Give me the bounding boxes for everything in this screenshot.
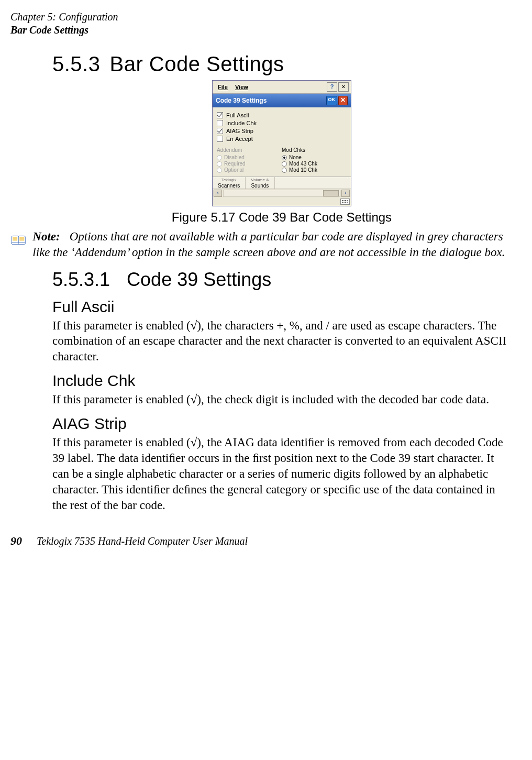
ss-modchks-43[interactable]: Mod 43 Chk — [282, 161, 347, 167]
scroll-left-icon[interactable]: ‹ — [214, 190, 222, 197]
ss-addendum-title: Addendum — [217, 147, 282, 153]
subsection-number: 5.5.3.1 — [52, 269, 110, 290]
body-include-chk: If this parameter is enabled (√), the ch… — [52, 392, 511, 407]
heading-full-ascii: Full Ascii — [52, 298, 511, 316]
section-heading: 5.5.3Bar Code Settings — [52, 52, 511, 76]
ss-check-label: Include Chk — [226, 120, 257, 126]
ss-menu-file[interactable]: File — [215, 84, 231, 90]
ss-titlebar: Code 39 Settings OK ✕ — [213, 94, 351, 107]
ss-check-label: AIAG Strip — [226, 128, 253, 134]
header-chapter: Chapter 5: Configuration — [10, 10, 511, 24]
header-section: Bar Code Settings — [10, 24, 511, 37]
ss-tab-scanners[interactable]: Teklogix Scanners — [213, 177, 246, 189]
ss-menu-view[interactable]: View — [232, 84, 251, 90]
subsection-heading: 5.5.3.1Code 39 Settings — [52, 269, 511, 291]
ss-menubar: File View ? × — [213, 81, 351, 94]
ss-addendum-disabled: Disabled — [217, 155, 282, 160]
radio-icon[interactable] — [282, 168, 287, 173]
heading-include-chk: Include Chk — [52, 372, 511, 390]
section-number: 5.5.3 — [52, 52, 100, 75]
ss-close-button[interactable]: × — [338, 82, 349, 92]
footer-text: Teklogix 7535 Hand-Held Computer User Ma… — [37, 535, 248, 547]
note-label: Note: — [32, 230, 60, 243]
page-header: Chapter 5: Configuration Bar Code Settin… — [10, 10, 511, 37]
ss-check-aiag-strip[interactable]: AIAG Strip — [217, 128, 347, 134]
ss-modchks-10[interactable]: Mod 10 Chk — [282, 167, 347, 173]
checkbox-icon[interactable] — [217, 120, 223, 126]
section-title: Bar Code Settings — [109, 52, 284, 75]
ss-addendum-optional: Optional — [217, 167, 282, 173]
ss-check-include-chk[interactable]: Include Chk — [217, 120, 347, 126]
ss-check-err-accept[interactable]: Err Accept — [217, 136, 347, 142]
embedded-screenshot: File View ? × Code 39 Settings OK ✕ — [212, 80, 351, 206]
checkbox-icon[interactable] — [217, 136, 223, 142]
note-text: Options that are not available with a pa… — [32, 230, 505, 259]
ss-scrollbar[interactable]: ‹ › — [213, 189, 351, 197]
ss-addendum-required: Required — [217, 161, 282, 167]
ss-check-full-ascii[interactable]: Full Ascii — [217, 112, 347, 118]
ss-cancel-button[interactable]: ✕ — [338, 96, 348, 105]
ss-ok-button[interactable]: OK — [326, 96, 338, 105]
ss-modchks-title: Mod Chks — [282, 147, 347, 153]
body-full-ascii: If this parameter is enabled (√), the ch… — [52, 318, 511, 365]
radio-icon[interactable] — [282, 161, 287, 167]
ss-tab-sounds[interactable]: Volume & Sounds — [246, 177, 274, 189]
subsection-title: Code 39 Settings — [127, 269, 271, 290]
ss-help-button[interactable]: ? — [327, 82, 337, 92]
checkbox-icon[interactable] — [217, 112, 223, 118]
radio-icon[interactable] — [282, 155, 287, 160]
page-number: 90 — [10, 534, 22, 548]
radio-icon — [217, 168, 222, 173]
body-aiag-strip: If this parameter is enabled (√), the AI… — [52, 435, 511, 513]
scroll-track[interactable] — [223, 190, 340, 197]
note-book-icon — [10, 229, 26, 251]
ss-title: Code 39 Settings — [216, 97, 267, 104]
ss-modchks-group: Mod Chks None Mod 43 Chk Mod 10 Chk — [282, 147, 347, 173]
ss-check-label: Err Accept — [226, 136, 253, 142]
radio-icon — [217, 161, 222, 167]
scroll-thumb[interactable] — [323, 190, 339, 196]
ss-body: Full Ascii Include Chk AIAG Strip Err Ac… — [213, 107, 351, 177]
page-footer: 90 Teklogix 7535 Hand-Held Computer User… — [10, 534, 511, 548]
keyboard-icon[interactable] — [340, 199, 350, 205]
ss-modchks-none[interactable]: None — [282, 155, 347, 160]
ss-bottom: Teklogix Scanners Volume & Sounds ‹ › — [213, 177, 351, 206]
figure-caption: Figure 5.17 Code 39 Bar Code Settings — [52, 210, 511, 225]
ss-check-label: Full Ascii — [226, 112, 249, 118]
heading-aiag-strip: AIAG Strip — [52, 415, 511, 433]
checkbox-icon[interactable] — [217, 128, 223, 134]
scroll-right-icon[interactable]: › — [341, 190, 350, 197]
ss-addendum-group: Addendum Disabled Required Optional — [217, 147, 282, 173]
radio-icon — [217, 155, 222, 160]
